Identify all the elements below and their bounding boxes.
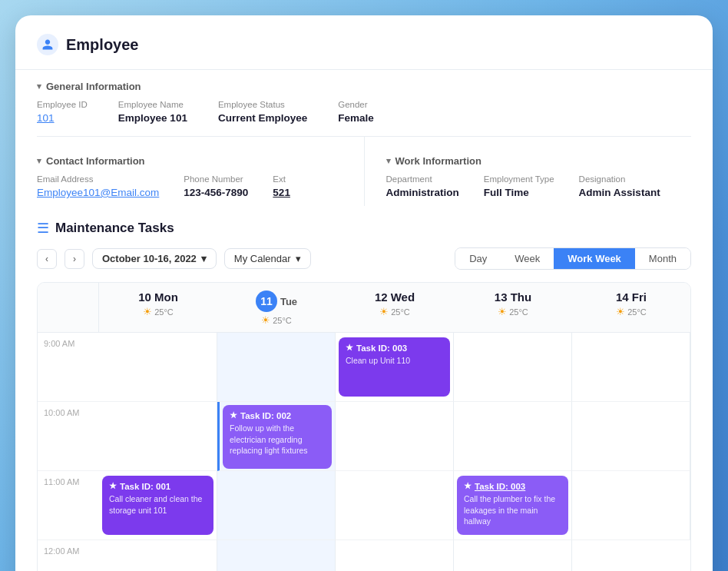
cell-wed-12am [336, 540, 454, 571]
contact-section-header: ▾ Contact Informartion [37, 144, 342, 174]
email-label: Email Address [37, 174, 159, 184]
star-icon-3: ★ [109, 481, 117, 491]
cell-mon-12am [99, 540, 217, 571]
person-icon [37, 34, 58, 55]
cell-fri-10am [572, 402, 690, 471]
view-tabs: Day Week Work Week Month [455, 247, 691, 270]
cell-thu-9am [454, 333, 572, 402]
temp-tue: 25°C [273, 316, 292, 325]
day-header-wed: 12 Wed ☀ 25°C [336, 283, 454, 333]
task-001-mon-desc: Call cleaner and clean the storage unit … [109, 493, 207, 516]
task-002-tue-desc: Follow up with the electrician regarding… [230, 423, 325, 456]
calendar-picker-label: My Calendar [234, 253, 291, 264]
cell-tue-9am [217, 333, 336, 402]
day-num-10: 10 Mon [107, 290, 210, 304]
day-header-tue: 11 Tue ☀ 25°C [217, 283, 336, 333]
cell-mon-11am[interactable]: ★ Task ID: 001 Call cleaner and clean th… [99, 471, 217, 540]
email-value[interactable]: Employee101@Email.com [37, 187, 159, 198]
gender-value: Female [338, 112, 374, 124]
date-range-button[interactable]: October 10-16, 2022 ▾ [92, 248, 217, 269]
phone-value: 123-456-7890 [184, 187, 248, 198]
list-icon: ☰ [37, 220, 49, 237]
department-label: Department [386, 174, 459, 184]
temp-mon: 25°C [154, 307, 174, 317]
contact-info-label: Contact Informartion [46, 155, 145, 167]
cell-thu-12am [454, 540, 572, 571]
cell-wed-11am [336, 471, 454, 540]
task-002-tue-10am[interactable]: ★ Task ID: 002 Follow up with the electr… [223, 405, 332, 469]
general-info-grid: Employee ID 101 Employee Name Employee 1… [37, 100, 691, 136]
time-slot-9am: 9:00 AM [38, 333, 99, 402]
ext-field: Ext 521 [273, 174, 290, 198]
weather-tue: ☀ 25°C [225, 314, 328, 326]
work-info-col: ▾ Work Informartion Department Administr… [365, 137, 692, 206]
task-003-wed-9am[interactable]: ★ Task ID: 003 Clean up Unit 110 [339, 337, 450, 397]
cell-wed-10am [336, 402, 454, 471]
chevron-icon: ▾ [37, 81, 41, 91]
task-003-thu-desc: Call the plumber to fix the leakages in … [464, 493, 561, 527]
task-001-mon-11am[interactable]: ★ Task ID: 001 Call cleaner and clean th… [102, 476, 213, 535]
employee-status-label: Employee Status [218, 100, 307, 109]
task-001-mon-title: ★ Task ID: 001 [109, 481, 207, 491]
sun-icon-tue: ☀ [261, 314, 270, 326]
task-003-thu-11am[interactable]: ★ Task ID: 003 Call the plumber to fix t… [457, 476, 568, 535]
maintenance-title: Maintenance Tasks [55, 221, 174, 236]
phone-field: Phone Number 123-456-7890 [184, 174, 248, 198]
temp-wed: 25°C [391, 307, 410, 317]
cell-fri-12am [572, 540, 690, 571]
employment-type-value: Full Time [484, 187, 554, 198]
day-header-thu: 13 Thu ☀ 25°C [454, 283, 572, 333]
tab-week[interactable]: Week [501, 248, 554, 269]
contact-grid: Email Address Employee101@Email.com Phon… [37, 174, 342, 198]
work-section-header: ▾ Work Informartion [386, 144, 692, 174]
phone-label: Phone Number [184, 174, 248, 184]
sun-icon-wed: ☀ [379, 306, 389, 317]
cell-mon-10am [99, 402, 217, 471]
employee-id-label: Employee ID [37, 100, 88, 109]
chevron-down-icon-2: ▾ [296, 253, 301, 264]
day-num-12: 12 Wed [343, 290, 446, 304]
cell-fri-11am [572, 471, 690, 540]
employee-name-label: Employee Name [118, 100, 187, 109]
temp-fri: 25°C [627, 307, 647, 317]
calendar-controls: ‹ › October 10-16, 2022 ▾ My Calendar ▾ … [37, 247, 691, 270]
contact-info-col: ▾ Contact Informartion Email Address Emp… [37, 137, 365, 206]
day-header-fri: 14 Fri ☀ 25°C [572, 283, 690, 333]
chevron-icon-contact: ▾ [37, 156, 41, 166]
sun-icon-thu: ☀ [498, 306, 507, 317]
calendar-picker-button[interactable]: My Calendar ▾ [224, 248, 311, 269]
cell-wed-9am[interactable]: ★ Task ID: 003 Clean up Unit 110 [336, 333, 454, 402]
ext-label: Ext [273, 174, 290, 184]
department-field: Department Administration [386, 174, 459, 198]
employee-status-value: Current Employee [218, 112, 307, 124]
cell-tue-10am[interactable]: ★ Task ID: 002 Follow up with the electr… [217, 402, 336, 471]
cell-thu-10am [454, 402, 572, 471]
time-slot-12am: 12:00 AM [38, 540, 99, 571]
weather-thu: ☀ 25°C [462, 306, 564, 317]
contact-work-section: ▾ Contact Informartion Email Address Emp… [37, 136, 691, 206]
calendar-grid: 10 Mon ☀ 25°C 11 Tue ☀ 25°C 12 Wed ☀ 25°… [37, 282, 691, 571]
gender-label: Gender [338, 100, 374, 109]
next-nav-button[interactable]: › [65, 249, 84, 269]
cell-mon-9am [99, 333, 217, 402]
cell-thu-11am[interactable]: ★ Task ID: 003 Call the plumber to fix t… [454, 471, 572, 540]
tab-month[interactable]: Month [635, 248, 690, 269]
employee-name-value: Employee 101 [118, 112, 187, 124]
star-icon: ★ [346, 343, 353, 353]
employee-id-value[interactable]: 101 [37, 112, 88, 124]
designation-label: Designation [579, 174, 660, 184]
time-slot-10am: 10:00 AM [38, 402, 99, 471]
tab-day[interactable]: Day [455, 248, 501, 269]
prev-nav-button[interactable]: ‹ [37, 249, 57, 269]
main-card: Employee ▾ General Information Employee … [15, 15, 713, 571]
day-num-13: 13 Thu [462, 290, 564, 304]
task-003-wed-desc: Clean up Unit 110 [346, 355, 443, 367]
temp-thu: 25°C [509, 307, 528, 317]
star-icon-4: ★ [464, 481, 472, 491]
tab-work-week[interactable]: Work Week [554, 248, 635, 269]
department-value: Administration [386, 187, 459, 198]
employee-name-field: Employee Name Employee 101 [118, 100, 187, 124]
task-002-tue-title: ★ Task ID: 002 [230, 410, 325, 420]
general-info-label: General Information [46, 81, 141, 92]
employee-header: Employee [37, 34, 691, 55]
